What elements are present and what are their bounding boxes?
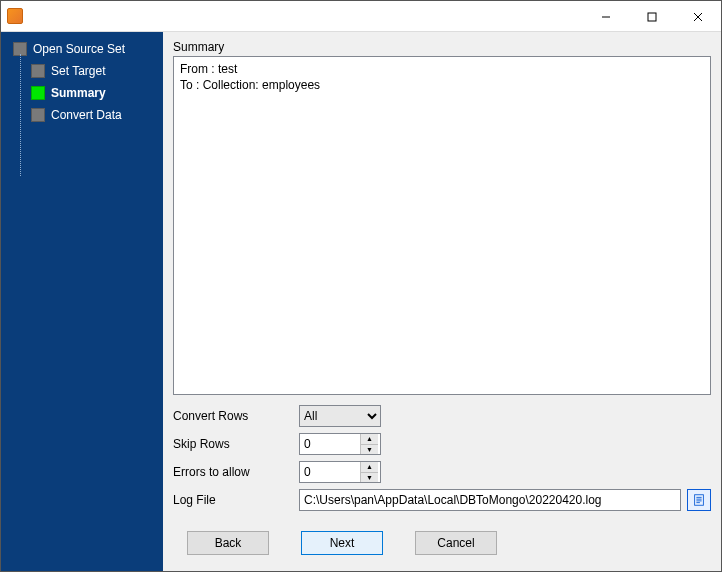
logfile-input[interactable] bbox=[299, 489, 681, 511]
document-icon bbox=[692, 493, 706, 507]
nav-set-target[interactable]: Set Target bbox=[1, 60, 163, 82]
step-box-icon bbox=[31, 64, 45, 78]
minimize-button[interactable] bbox=[583, 1, 629, 32]
summary-title: Summary bbox=[173, 40, 711, 54]
titlebar bbox=[1, 1, 721, 32]
skip-rows-spinner[interactable]: ▲ ▼ bbox=[299, 433, 381, 455]
step-box-icon bbox=[31, 108, 45, 122]
wizard-buttons: Back Next Cancel bbox=[173, 523, 711, 571]
cancel-button[interactable]: Cancel bbox=[415, 531, 497, 555]
errors-spinner[interactable]: ▲ ▼ bbox=[299, 461, 381, 483]
close-button[interactable] bbox=[675, 1, 721, 32]
convert-rows-select[interactable]: All bbox=[299, 405, 381, 427]
logfile-label: Log File bbox=[173, 493, 299, 507]
spinner-down-icon[interactable]: ▼ bbox=[361, 473, 378, 483]
nav-label: Summary bbox=[51, 86, 106, 100]
next-button[interactable]: Next bbox=[301, 531, 383, 555]
errors-input[interactable] bbox=[300, 462, 360, 482]
svg-rect-1 bbox=[648, 13, 656, 21]
main-panel: Summary From : test To : Collection: emp… bbox=[163, 32, 721, 571]
spinner-down-icon[interactable]: ▼ bbox=[361, 445, 378, 455]
tree-connector bbox=[20, 54, 21, 176]
nav-open-source-set[interactable]: Open Source Set bbox=[1, 38, 163, 60]
nav-summary[interactable]: Summary bbox=[1, 82, 163, 104]
maximize-button[interactable] bbox=[629, 1, 675, 32]
row-errors: Errors to allow ▲ ▼ bbox=[173, 461, 711, 483]
nav-label: Convert Data bbox=[51, 108, 122, 122]
skip-rows-input[interactable] bbox=[300, 434, 360, 454]
nav-convert-data[interactable]: Convert Data bbox=[1, 104, 163, 126]
back-button[interactable]: Back bbox=[187, 531, 269, 555]
app-icon bbox=[7, 8, 23, 24]
logfile-browse-button[interactable] bbox=[687, 489, 711, 511]
convert-rows-label: Convert Rows bbox=[173, 409, 299, 423]
nav-label: Set Target bbox=[51, 64, 105, 78]
row-logfile: Log File bbox=[173, 489, 711, 511]
spinner-up-icon[interactable]: ▲ bbox=[361, 462, 378, 473]
row-convert-rows: Convert Rows All bbox=[173, 405, 711, 427]
wizard-sidebar: Open Source Set Set Target Summary Conve… bbox=[1, 32, 163, 571]
row-skip-rows: Skip Rows ▲ ▼ bbox=[173, 433, 711, 455]
nav-label: Open Source Set bbox=[33, 42, 125, 56]
summary-to: To : Collection: employees bbox=[180, 78, 320, 92]
step-box-icon bbox=[31, 86, 45, 100]
summary-textarea[interactable]: From : test To : Collection: employees bbox=[173, 56, 711, 395]
summary-from: From : test bbox=[180, 62, 237, 76]
spinner-up-icon[interactable]: ▲ bbox=[361, 434, 378, 445]
errors-label: Errors to allow bbox=[173, 465, 299, 479]
window-controls bbox=[583, 1, 721, 31]
skip-rows-label: Skip Rows bbox=[173, 437, 299, 451]
options-form: Convert Rows All Skip Rows ▲ ▼ Errors to… bbox=[173, 395, 711, 523]
svg-rect-4 bbox=[695, 495, 704, 506]
